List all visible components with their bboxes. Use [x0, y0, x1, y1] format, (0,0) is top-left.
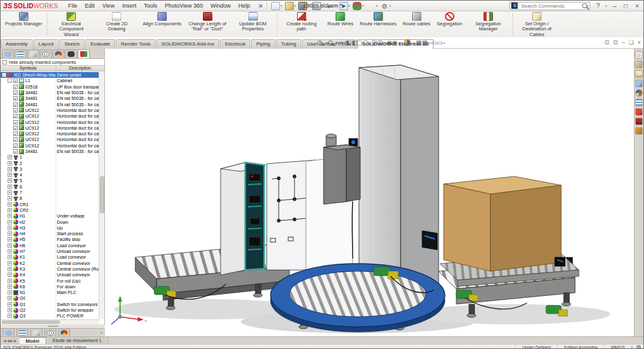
ribbon-origin-button[interactable]: Set Origin / Destination of Cables — [514, 11, 560, 37]
ribbon-draw2d-button[interactable]: Create 2D Drawing — [94, 11, 140, 37]
expand-toggle[interactable]: + — [8, 190, 12, 195]
expand-toggle[interactable]: + — [8, 261, 12, 266]
expand-toggle[interactable]: + — [8, 314, 12, 318]
dropdown-caret[interactable]: ▾ — [349, 4, 351, 8]
tab-layout[interactable]: Layout — [33, 39, 59, 49]
search-commands-box[interactable]: S ▾ — [509, 2, 590, 10]
menu-view[interactable]: View — [99, 2, 118, 9]
ribbon-length-button[interactable]: Change Length of "Rail" or "Duct" — [185, 11, 230, 37]
expand-toggle[interactable]: + — [8, 231, 12, 236]
ribbon-cables-button[interactable]: Route cables — [399, 11, 434, 37]
tree-row-UC912[interactable]: ✓UC912Horizontal duct for ca... — [1, 137, 99, 142]
tree-row-34481[interactable]: ✓34481EN rail 50035 - for cab... — [1, 101, 99, 107]
dropdown-caret[interactable]: ▾ — [281, 4, 283, 8]
rebuild-icon[interactable] — [353, 2, 361, 10]
ribbon-align-button[interactable]: Align Components — [140, 11, 185, 37]
tree-row-K1[interactable]: +K1Load conveyor — [1, 254, 99, 260]
electrical-cabinet[interactable] — [221, 160, 316, 275]
visibility-checkbox[interactable]: ✓ — [13, 149, 18, 154]
visibility-checkbox[interactable]: ✓ — [13, 78, 18, 83]
tree-row-H5[interactable]: +H5Facility stop — [1, 236, 99, 242]
wrapper-tower[interactable] — [359, 65, 439, 288]
tree-row-2[interactable]: +2 — [1, 160, 99, 166]
visibility-checkbox[interactable]: ✓ — [13, 120, 18, 125]
undo-icon[interactable]: ↩ — [325, 2, 334, 10]
ribbon-bom-button[interactable]: Update BOM Properties — [230, 11, 276, 37]
tree-row-L1[interactable]: -✓L1Cabinet — [1, 78, 99, 83]
tree-row-1[interactable]: +1 — [1, 154, 99, 160]
dropdown-caret[interactable]: ▾ — [295, 4, 296, 8]
carton-box[interactable] — [444, 176, 565, 271]
status-mmgs[interactable]: MMGS — [604, 345, 631, 349]
model-tab-scroll-arrows[interactable]: ◀◀▶▶ — [1, 337, 20, 344]
expand-toggle[interactable]: + — [8, 243, 12, 248]
globe-icon[interactable] — [636, 345, 641, 349]
tab-assembly[interactable]: Assembly — [1, 39, 33, 49]
dropdown-caret[interactable]: ▾ — [399, 41, 401, 45]
tree-row-IEC-Strech-Wrap-Machi-[interactable]: -IEC Strech-Wrap Machi...Demo projet — [1, 72, 99, 78]
visibility-checkbox[interactable]: ✓ — [13, 126, 18, 130]
tree-row-K6[interactable]: +K6For down — [1, 284, 99, 290]
tree-row-CR2[interactable]: +CR2 — [1, 207, 99, 213]
expand-toggle[interactable]: + — [8, 173, 12, 177]
dropdown-caret[interactable]: ▾ — [362, 4, 364, 8]
panel-tab-configuration-manager[interactable] — [27, 49, 39, 58]
doc-minimize-button[interactable]: – — [622, 39, 625, 46]
turntable[interactable] — [270, 264, 445, 332]
expand-toggle[interactable]: + — [8, 185, 12, 189]
visibility-checkbox[interactable]: ✓ — [13, 114, 18, 118]
tree-row-K3[interactable]: +K3Central conveyor (Ro... — [1, 266, 99, 272]
panel-tab-overflow-arrow[interactable]: › — [100, 330, 102, 336]
tree-row-N1[interactable]: +N1Main PLC — [1, 290, 99, 295]
menu-file[interactable]: File — [64, 2, 82, 9]
custom-properties-icon[interactable] — [635, 99, 643, 106]
model-tab-model[interactable]: Model — [20, 337, 47, 344]
apply-scene-icon[interactable]: ▦ — [418, 39, 426, 47]
expand-toggle[interactable]: + — [8, 155, 12, 159]
panel-tab-property-manager[interactable] — [15, 49, 27, 58]
panel-tab-motion-manager[interactable] — [65, 49, 77, 58]
panel-bottom-tab-dimxpert[interactable] — [44, 328, 56, 337]
expand-toggle[interactable]: + — [8, 226, 12, 230]
tree-row-02518[interactable]: ✓02518UP Box door transpar... — [1, 84, 99, 90]
menu-insert[interactable]: Insert — [118, 2, 140, 9]
view-palette-icon[interactable] — [635, 80, 643, 87]
print-icon[interactable] — [312, 2, 321, 10]
doc-restore-button[interactable]: ❏ — [629, 39, 634, 46]
doc-next-icon[interactable]: ⊡ — [613, 39, 618, 46]
tree-row-CR1[interactable]: +CR1 — [1, 202, 99, 207]
tab-render-tools[interactable]: Render Tools — [116, 39, 155, 49]
doc-close-button[interactable]: × — [638, 39, 641, 46]
expand-toggle[interactable]: + — [8, 285, 12, 289]
options-icon[interactable]: ⚙ — [380, 2, 389, 10]
dropdown-caret[interactable]: ▾ — [369, 41, 371, 45]
ribbon-path-button[interactable]: Create routing path — [279, 11, 324, 37]
tree-row-UC912[interactable]: ✓UC912Horizontal duct for ca... — [1, 131, 99, 137]
tab-solidworks-add-ins[interactable]: SOLIDWORKS Add-Ins — [156, 39, 219, 49]
electrical2-icon[interactable] — [635, 118, 643, 125]
restore-button[interactable]: □ — [622, 3, 629, 9]
panel-tab-display-manager[interactable] — [52, 49, 64, 58]
ribbon-harness-button[interactable]: Route Harnesses — [356, 11, 399, 37]
pin-icon[interactable]: ✈ — [256, 1, 264, 10]
search-icon[interactable] — [582, 3, 587, 8]
visibility-checkbox[interactable]: ✓ — [13, 137, 18, 142]
tree-row-34481[interactable]: ✓34481EN rail 50035 - for cab... — [1, 149, 99, 154]
expand-toggle[interactable]: + — [8, 202, 12, 207]
doc-prev-icon[interactable]: ⊡ — [605, 39, 610, 46]
tree-row-Q3[interactable]: +Q3PLC POWER — [1, 313, 99, 319]
ribbon-projects-button[interactable]: Projects Manager — [2, 11, 46, 37]
panel-tab-electrical-manager[interactable] — [78, 49, 90, 58]
tree-row-H1[interactable]: +H1Under voltage — [1, 213, 99, 219]
section-view-icon[interactable]: ◧ — [348, 39, 356, 47]
expand-toggle[interactable]: + — [8, 308, 12, 312]
dropdown-caret[interactable]: ▾ — [322, 4, 324, 8]
symbols-column-header[interactable]: Symbols — [20, 66, 37, 70]
open-icon[interactable] — [285, 2, 294, 10]
tree-row-UC912[interactable]: ✓UC912Horizontal duct for ca... — [1, 113, 99, 119]
expand-toggle[interactable]: + — [8, 161, 12, 166]
menu-photoview-360[interactable]: PhotoView 360 — [161, 2, 207, 9]
panel-bottom-tab-property-manager[interactable] — [16, 328, 28, 337]
tree-row-7[interactable]: +7 — [1, 190, 99, 195]
menu-window[interactable]: Window — [207, 2, 234, 9]
